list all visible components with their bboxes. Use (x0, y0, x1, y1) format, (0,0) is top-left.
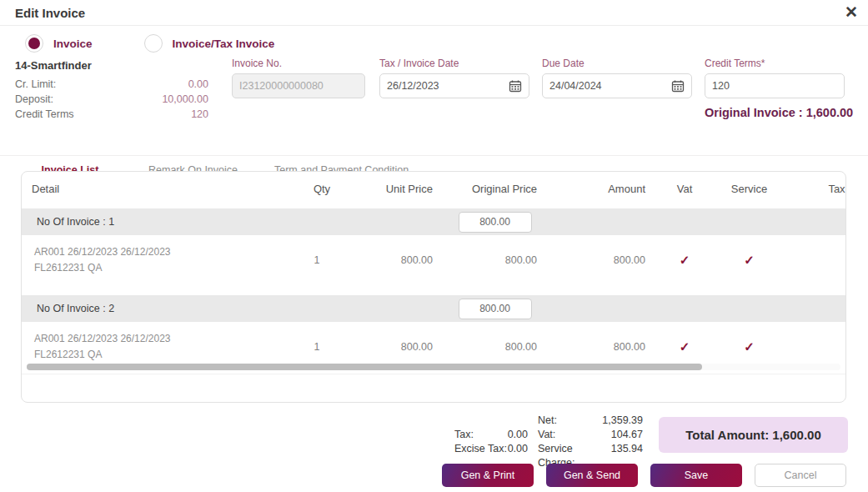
summary-row-tax: Tax: 0.00 (454, 428, 528, 442)
radio-invoice-tax-label: Invoice/Tax Invoice (173, 38, 275, 50)
due-date-input[interactable] (549, 80, 666, 92)
radio-invoice-label: Invoice (53, 38, 93, 50)
tax-invoice-date-input[interactable] (387, 80, 504, 92)
tax-invoice-date-label: Tax / Invoice Date (379, 58, 529, 69)
save-button[interactable]: Save (650, 464, 742, 487)
row-detail: AR001 26/12/2023 26/12/2023 FL2612231 QA (22, 331, 288, 362)
credit-terms-input[interactable] (712, 80, 837, 92)
col-header-amount: Amount (547, 183, 655, 195)
gen-print-button[interactable]: Gen & Print (442, 464, 534, 487)
row-qty: 1 (288, 341, 355, 353)
close-icon[interactable]: ✕ (845, 3, 858, 22)
invoice-type-radio-group: Invoice Invoice/Tax Invoice (0, 26, 868, 58)
rows-divider (22, 374, 845, 374)
summary-row-vat: Vat: 104.67 (538, 428, 643, 442)
col-header-service: Service (714, 183, 785, 195)
col-header-detail: Detail (22, 183, 288, 195)
calendar-icon[interactable] (671, 79, 685, 93)
tax-invoice-date-field[interactable] (379, 73, 529, 98)
vat-check-icon: ✓ (655, 339, 714, 354)
summary-row-excise-tax: Excise Tax: 0.00 (454, 442, 528, 456)
total-amount-badge: Total Amount: 1,600.00 (659, 417, 848, 453)
cancel-button[interactable]: Cancel (755, 464, 846, 487)
row-amount: 800.00 (547, 254, 655, 266)
calendar-icon[interactable] (509, 79, 522, 93)
horizontal-scrollbar[interactable] (27, 364, 840, 370)
due-date-field[interactable] (542, 73, 692, 98)
invoice-group-header: No Of Invoice : 2 (22, 295, 846, 322)
invoice-no-label: Invoice No. (232, 58, 365, 69)
row-amount: 800.00 (547, 341, 655, 353)
page-title: Edit Invoice (15, 6, 85, 20)
col-header-qty: Qty (288, 183, 355, 195)
credit-limit-row: Cr. Limit: 0.00 (15, 77, 208, 92)
radio-invoice-tax-invoice[interactable]: Invoice/Tax Invoice (144, 34, 275, 53)
summary-row-net: Net: 1,359.39 (538, 414, 643, 428)
row-unit-price: 800.00 (355, 341, 443, 353)
group-title: No Of Invoice : 1 (22, 216, 443, 228)
invoice-no-field-group: Invoice No. (232, 58, 365, 98)
action-button-row: Gen & Print Gen & Send Save Cancel (442, 464, 846, 487)
radio-unselected-icon (144, 34, 163, 53)
row-original-price: 800.00 (443, 341, 547, 353)
col-header-vat: Vat (655, 183, 714, 195)
radio-invoice[interactable]: Invoice (25, 34, 93, 53)
group-price-input[interactable] (459, 212, 532, 233)
col-header-unit-price: Unit Price (355, 183, 443, 195)
invoice-no-input (239, 80, 358, 92)
invoice-no-field (232, 73, 365, 98)
group-price-input[interactable] (459, 299, 532, 319)
table-row[interactable]: AR001 26/12/2023 26/12/2023 FL2612231 QA… (22, 235, 846, 285)
credit-terms-field-group: Credit Terms* (705, 58, 845, 98)
vat-check-icon: ✓ (655, 253, 714, 268)
horizontal-scrollbar-thumb[interactable] (27, 364, 702, 370)
total-amount-text: Total Amount: 1,600.00 (685, 428, 821, 442)
original-invoice-amount: Original Invoice : 1,600.00 (705, 106, 845, 119)
radio-selected-icon (25, 34, 43, 53)
row-detail: AR001 26/12/2023 26/12/2023 FL2612231 QA (22, 244, 288, 275)
tax-invoice-date-field-group: Tax / Invoice Date (379, 58, 529, 98)
col-header-tax: Tax (785, 183, 846, 195)
customer-name: 14-Smartfinder (15, 59, 208, 72)
due-date-field-group: Due Date (542, 58, 692, 98)
invoice-list-table: Detail Qty Unit Price Original Price Amo… (21, 171, 846, 403)
group-title: No Of Invoice : 2 (22, 303, 443, 314)
service-check-icon: ✓ (714, 339, 785, 354)
gen-send-button[interactable]: Gen & Send (546, 464, 638, 487)
row-qty: 1 (288, 254, 355, 266)
row-unit-price: 800.00 (355, 254, 443, 266)
customer-info: 14-Smartfinder Cr. Limit: 0.00 Deposit: … (15, 59, 208, 122)
credit-terms-field[interactable] (705, 73, 845, 98)
due-date-label: Due Date (542, 58, 692, 69)
summary-tax-column: Tax: 0.00 Excise Tax: 0.00 (454, 428, 528, 456)
invoice-header-section: 14-Smartfinder Cr. Limit: 0.00 Deposit: … (0, 58, 868, 156)
credit-terms-label: Credit Terms* (705, 58, 845, 69)
credit-terms-row: Credit Terms 120 (15, 107, 208, 122)
invoice-group-header: No Of Invoice : 1 (22, 208, 846, 235)
summary-net-column: Net: 1,359.39 Vat: 104.67 Service Charge… (538, 414, 643, 470)
table-header-row: Detail Qty Unit Price Original Price Amo… (22, 172, 846, 205)
deposit-row: Deposit: 10,000.00 (15, 92, 208, 107)
dialog-header: Edit Invoice ✕ (0, 0, 868, 26)
row-original-price: 800.00 (443, 254, 547, 266)
service-check-icon: ✓ (714, 253, 785, 268)
col-header-original-price: Original Price (443, 183, 547, 195)
